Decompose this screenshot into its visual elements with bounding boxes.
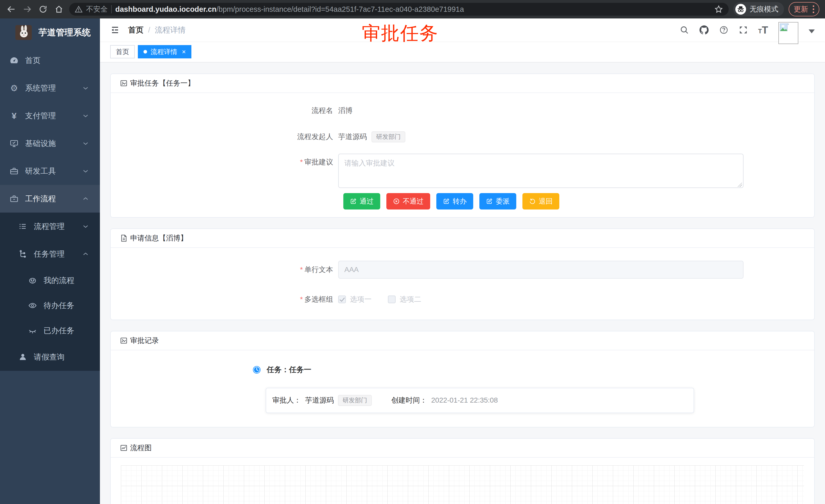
card-header: 审批任务【任务一】 [111, 74, 814, 93]
application-info-card: 申请信息【滔博】 单行文本 多选框组 选项一 [110, 229, 815, 320]
sidebar-item-label: 系统管理 [25, 83, 56, 93]
delegate-button[interactable]: 委派 [479, 193, 516, 209]
address-bar[interactable]: 不安全 dashboard.yudao.iocoder.cn/bpm/proce… [69, 3, 729, 16]
sidebar-item-my-process[interactable]: 我的流程 [0, 268, 100, 293]
initiator-row: 流程发起人 芋道源码 研发部门 [111, 132, 814, 142]
sidebar-item-label: 工作流程 [25, 194, 56, 204]
smiley-icon [28, 276, 38, 285]
checkbox-unchecked-icon [388, 296, 395, 303]
card-title: 审批任务【任务一】 [130, 78, 195, 88]
fullscreen-icon[interactable] [739, 25, 748, 34]
record-timeline: 任务：任务一 审批人： 芋道源码 研发部门 创建时间： 2022-01-21 2… [111, 350, 814, 427]
breadcrumb-separator: / [148, 26, 150, 34]
search-icon[interactable] [680, 25, 689, 34]
sidebar-item-system[interactable]: ⚙ 系统管理 [0, 74, 100, 102]
user-icon [18, 353, 28, 361]
create-time-value: 2022-01-21 22:35:08 [431, 396, 498, 404]
approval-task-card: 审批任务【任务一】 流程名 滔博 流程发起人 芋道源码 研发部门 [110, 74, 815, 218]
app-logo-rabbit-image [15, 25, 32, 40]
approval-record-card: 审批记录 任务：任务一 审批人： 芋道源码 研发部门 创建时间： [110, 331, 815, 427]
header-actions: TT [680, 18, 815, 41]
sidebar-item-label: 我的流程 [44, 275, 74, 286]
forward-icon[interactable] [21, 4, 33, 15]
tab-home[interactable]: 首页 [110, 45, 135, 58]
suggestion-textarea[interactable] [338, 154, 744, 188]
transfer-button[interactable]: 转办 [436, 193, 473, 209]
bpmn-diagram-canvas[interactable] [121, 465, 804, 504]
breadcrumb-home[interactable]: 首页 [128, 25, 144, 35]
update-label[interactable]: 更新 [794, 4, 808, 14]
sidebar-item-home[interactable]: 首页 [0, 47, 100, 74]
sidebar-item-label: 研发工具 [25, 166, 56, 176]
sidebar-item-todo-tasks[interactable]: 待办任务 [0, 293, 100, 318]
sidebar-item-label: 基础设施 [25, 138, 56, 149]
chart-line-icon [120, 444, 128, 452]
list-icon [18, 222, 28, 231]
checkbox-checked-icon [338, 296, 346, 303]
create-time-label: 创建时间： [391, 396, 427, 405]
return-button[interactable]: 退回 [522, 193, 559, 209]
back-icon[interactable] [6, 4, 17, 15]
breadcrumb: 首页 / 流程详情 [128, 25, 185, 35]
breadcrumb-current: 流程详情 [155, 25, 185, 35]
help-icon[interactable] [719, 25, 729, 34]
checkbox-group-row: 多选框组 选项一 选项二 [111, 295, 814, 304]
sidebar-item-payment[interactable]: ¥ 支付管理 [0, 102, 100, 130]
tab-process-detail[interactable]: 流程详情 × [138, 45, 192, 58]
browser-menu-icon[interactable] [813, 5, 814, 13]
process-name-value: 滔博 [338, 106, 353, 115]
avatar[interactable] [778, 22, 798, 44]
sidebar-item-task-mgmt[interactable]: 任务管理 [0, 240, 100, 268]
card-header: 流程图 [111, 439, 814, 457]
textarea-resize-grip[interactable] [737, 182, 742, 187]
app-title: 芋道管理系统 [39, 27, 91, 38]
sidebar-item-leave-query[interactable]: 请假查询 [0, 343, 100, 371]
gear-icon: ⚙ [9, 84, 19, 92]
url-text[interactable]: dashboard.yudao.iocoder.cn/bpm/process-i… [115, 5, 464, 14]
text-field-label: 单行文本 [111, 265, 338, 274]
chevron-up-icon [82, 196, 89, 202]
reload-icon[interactable] [38, 4, 49, 15]
sidebar-item-done-tasks[interactable]: 已办任务 [0, 318, 100, 343]
tag-view-bar: 首页 流程详情 × [100, 41, 825, 62]
security-label[interactable]: 不安全 [86, 4, 107, 14]
card-header: 审批记录 [111, 331, 814, 350]
task-title: 任务：任务一 [267, 365, 311, 375]
sidebar-item-process-mgmt[interactable]: 流程管理 [0, 213, 100, 240]
page-header: 首页 / 流程详情 审批任务 TT [100, 18, 825, 41]
approve-button[interactable]: 通过 [343, 193, 380, 209]
checkbox-option-1: 选项一 [338, 295, 372, 304]
approver-label: 审批人： [272, 396, 301, 405]
home-icon[interactable] [53, 4, 65, 15]
app-logo-row[interactable]: 芋道管理系统 [0, 18, 100, 47]
incognito-badge: 无痕模式 [733, 2, 784, 16]
yen-icon: ¥ [9, 111, 19, 120]
font-size-icon[interactable]: TT [758, 26, 768, 34]
reject-button[interactable]: 不通过 [386, 193, 430, 209]
sidebar-item-label: 任务管理 [34, 249, 65, 259]
update-button[interactable]: 更新 [789, 2, 819, 16]
active-tab-dot [144, 50, 147, 54]
toolbox-icon [9, 166, 19, 176]
sidebar-item-infra[interactable]: 基础设施 [0, 130, 100, 157]
sidebar-item-devtools[interactable]: 研发工具 [0, 157, 100, 185]
github-icon[interactable] [699, 25, 709, 35]
sidebar-item-label: 首页 [25, 55, 41, 66]
bookmark-star-icon[interactable] [714, 5, 723, 14]
sidebar-item-workflow[interactable]: 工作流程 [0, 185, 100, 213]
sidebar-item-label: 流程管理 [34, 221, 65, 232]
sidebar-item-label: 已办任务 [44, 326, 74, 336]
dashboard-icon [9, 56, 19, 65]
record-detail-box: 审批人： 芋道源码 研发部门 创建时间： 2022-01-21 22:35:08 [266, 388, 694, 413]
text-field-row: 单行文本 [111, 261, 814, 279]
sidebar-item-label: 支付管理 [25, 111, 56, 121]
process-diagram-card: 流程图 [110, 438, 815, 504]
page-content: 审批任务【任务一】 流程名 滔博 流程发起人 芋道源码 研发部门 [100, 62, 825, 504]
chevron-down-icon [82, 140, 89, 147]
clock-icon [252, 365, 261, 374]
omnibox-divider [111, 5, 112, 13]
briefcase-icon [9, 194, 19, 203]
tab-close-icon[interactable]: × [182, 49, 186, 55]
avatar-dropdown-caret-icon[interactable] [809, 29, 815, 33]
sidebar-collapse-icon[interactable] [110, 25, 120, 35]
